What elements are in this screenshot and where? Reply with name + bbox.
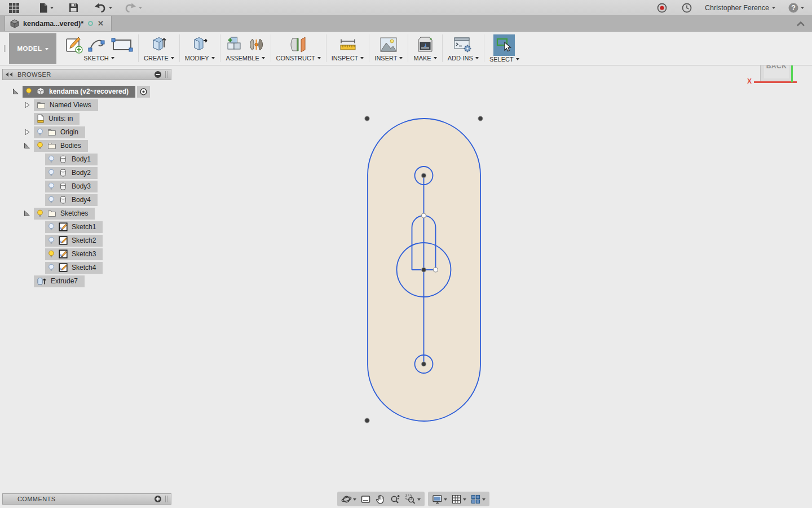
expanded-triangle-icon[interactable] bbox=[12, 88, 23, 95]
save-button[interactable] bbox=[66, 1, 81, 14]
make-menu[interactable]: MAKE bbox=[413, 55, 436, 63]
browser-header[interactable]: BROWSER bbox=[2, 69, 171, 80]
visibility-bulb-icon-on[interactable] bbox=[25, 87, 32, 96]
sketch-point-corner-top-left[interactable] bbox=[365, 116, 369, 121]
visibility-bulb-icon-on[interactable] bbox=[37, 209, 43, 218]
zoom-button[interactable] bbox=[388, 493, 403, 506]
pan-button[interactable] bbox=[373, 493, 387, 506]
expanded-triangle-icon[interactable] bbox=[24, 210, 34, 217]
sketch-point-corner-top-right[interactable] bbox=[478, 116, 483, 121]
document-tab[interactable]: kendama...vered)* ✕ bbox=[5, 16, 112, 31]
collapsed-triangle-icon[interactable] bbox=[24, 129, 34, 135]
visibility-bulb-icon-on[interactable] bbox=[48, 250, 55, 259]
modify-menu[interactable]: MODIFY bbox=[185, 55, 215, 63]
extrude-tool-button[interactable] bbox=[149, 35, 169, 54]
browser-item-pill[interactable]: Body2 bbox=[45, 167, 98, 179]
toolbar-grip[interactable] bbox=[2, 32, 8, 65]
assemble-menu[interactable]: ASSEMBLE bbox=[226, 55, 264, 63]
browser-item-pill[interactable]: Sketch1 bbox=[45, 221, 103, 233]
sketch-point-mid-center[interactable] bbox=[422, 268, 426, 272]
visibility-bulb-icon-on[interactable] bbox=[37, 142, 43, 150]
browser-item-pill[interactable]: Body4 bbox=[45, 194, 98, 206]
browser-item-pill[interactable]: Origin bbox=[34, 126, 85, 138]
browser-item-pill[interactable]: Sketch3 bbox=[45, 248, 103, 260]
press-pull-tool-button[interactable] bbox=[190, 35, 209, 54]
expanded-triangle-icon[interactable] bbox=[24, 142, 34, 149]
remove-panel-icon[interactable] bbox=[154, 71, 162, 78]
rectangle-tool-button[interactable] bbox=[111, 37, 133, 52]
activate-component-radio[interactable] bbox=[137, 86, 150, 98]
create-sketch-button[interactable] bbox=[65, 36, 83, 54]
panel-resize-grip[interactable] bbox=[165, 71, 167, 78]
sketch-point-bottom-center[interactable] bbox=[422, 362, 426, 366]
browser-item-pill[interactable]: Body3 bbox=[45, 181, 98, 192]
look-at-button[interactable] bbox=[359, 493, 373, 506]
measure-tool-button[interactable] bbox=[337, 36, 359, 53]
help-menu[interactable]: ? bbox=[785, 1, 806, 15]
grid-and-snaps-button[interactable] bbox=[449, 493, 468, 506]
create-menu[interactable]: CREATE bbox=[144, 55, 174, 63]
visibility-bulb-icon-off[interactable] bbox=[48, 264, 55, 272]
browser-item-sketches[interactable]: Sketches bbox=[2, 207, 171, 220]
add-comment-icon[interactable] bbox=[154, 495, 162, 503]
scripts-addins-button[interactable] bbox=[453, 36, 473, 54]
panel-resize-grip[interactable] bbox=[165, 496, 167, 502]
browser-item-sketch3[interactable]: Sketch3 bbox=[2, 247, 171, 261]
construct-menu[interactable]: CONSTRUCT bbox=[276, 55, 321, 63]
redo-button[interactable] bbox=[121, 2, 144, 14]
browser-item-pill[interactable]: kendama (v2~recovered) bbox=[23, 86, 135, 98]
sketch-point-top-center[interactable] bbox=[422, 173, 426, 178]
addins-menu[interactable]: ADD-INS bbox=[448, 55, 479, 63]
sketch-point-corner-bottom-left[interactable] bbox=[365, 418, 369, 423]
collapse-toolbar-chevron-icon[interactable] bbox=[796, 19, 805, 29]
browser-item-bodies[interactable]: Bodies bbox=[2, 139, 171, 152]
browser-item-pill[interactable]: Sketch4 bbox=[45, 262, 103, 274]
visibility-bulb-icon-off[interactable] bbox=[48, 223, 55, 231]
screencast-record-button[interactable] bbox=[654, 1, 670, 15]
file-menu-button[interactable] bbox=[36, 1, 56, 15]
select-tool-button[interactable] bbox=[493, 34, 515, 56]
visibility-bulb-icon-off[interactable] bbox=[37, 128, 43, 137]
visibility-bulb-icon-off[interactable] bbox=[48, 155, 55, 164]
inspect-menu[interactable]: INSPECT bbox=[332, 55, 364, 63]
browser-item-pill[interactable]: Bodies bbox=[34, 140, 88, 152]
visibility-bulb-icon-off[interactable] bbox=[48, 169, 55, 177]
app-grid-button[interactable] bbox=[6, 1, 23, 15]
browser-item-sketch1[interactable]: Sketch1 bbox=[2, 220, 171, 234]
browser-item-body1[interactable]: Body1 bbox=[2, 152, 171, 166]
joint-tool-button[interactable] bbox=[248, 36, 266, 54]
browser-item-body2[interactable]: Body2 bbox=[2, 166, 171, 179]
browser-item-sketch2[interactable]: Sketch2 bbox=[2, 234, 171, 247]
select-menu[interactable]: SELECT bbox=[489, 56, 519, 64]
sketch-menu[interactable]: SKETCH bbox=[83, 55, 114, 63]
sketch-point-slot-top[interactable] bbox=[422, 213, 426, 218]
construct-plane-button[interactable] bbox=[288, 35, 308, 54]
browser-item-kendama-v2-recovered[interactable]: kendama (v2~recovered) bbox=[2, 85, 171, 98]
browser-item-pill[interactable]: Units: in bbox=[34, 113, 80, 125]
new-component-button[interactable] bbox=[226, 36, 244, 54]
visibility-bulb-icon-off[interactable] bbox=[48, 196, 55, 204]
spline-tool-button[interactable] bbox=[87, 36, 107, 53]
visibility-bulb-icon-off[interactable] bbox=[48, 237, 55, 245]
insert-image-button[interactable] bbox=[379, 36, 398, 54]
browser-item-pill[interactable]: Body1 bbox=[45, 154, 98, 165]
orbit-button[interactable] bbox=[339, 493, 358, 506]
sketch-point-slot-right[interactable] bbox=[434, 268, 438, 272]
browser-item-sketch4[interactable]: Sketch4 bbox=[2, 261, 171, 274]
zoom-window-button[interactable] bbox=[403, 493, 422, 506]
job-status-button[interactable] bbox=[679, 1, 695, 15]
browser-item-pill[interactable]: Sketches bbox=[34, 208, 95, 220]
browser-item-body3[interactable]: Body3 bbox=[2, 179, 171, 193]
insert-menu[interactable]: INSERT bbox=[374, 55, 403, 63]
make-3d-print-button[interactable] bbox=[416, 36, 435, 54]
collapse-panel-icon[interactable] bbox=[5, 72, 13, 77]
collapsed-triangle-icon[interactable] bbox=[24, 102, 34, 108]
browser-item-pill[interactable]: Named Views bbox=[34, 99, 98, 111]
browser-item-origin[interactable]: Origin bbox=[2, 125, 171, 139]
comments-header[interactable]: COMMENTS bbox=[2, 493, 171, 505]
display-settings-button[interactable] bbox=[430, 493, 449, 506]
tab-close-icon[interactable]: ✕ bbox=[98, 20, 104, 27]
viewports-button[interactable] bbox=[469, 493, 487, 506]
browser-item-pill[interactable]: Sketch2 bbox=[45, 235, 103, 247]
browser-item-units-in[interactable]: Units: in bbox=[2, 112, 171, 125]
